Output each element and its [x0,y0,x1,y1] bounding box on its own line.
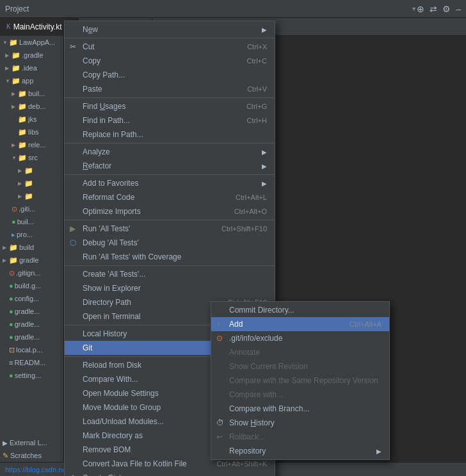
sidebar-item-build[interactable]: ▶ 📁 buil... [0,87,63,100]
menu-cut-shortcut: Ctrl+X [234,43,267,51]
menu-item-findinpath[interactable]: Find in Path... Ctrl+H [65,113,275,127]
menu-modulesettings-label: Open Module Settings [83,389,159,398]
proguard-label: pro... [17,231,33,238]
sidebar-item-libs[interactable]: 📁 libs [0,126,63,138]
menu-item-optimize[interactable]: Optimize Imports Ctrl+Alt+O [65,204,275,218]
submenu-item-commitdir[interactable]: Commit Directory... [211,303,389,317]
sidebar-item-build-root[interactable]: ▶ 📁 build [0,241,63,254]
readme-label: READM... [14,359,45,366]
sidebar-item-app[interactable]: ▼ 📁 app [0,74,63,87]
submenu-item-gitexclude[interactable]: ⊙ .git/info/exclude [211,331,389,345]
sidebar-item-settings[interactable]: ● setting... [0,369,63,382]
sidebar-item-gitignore-app[interactable]: ⊙ .giti... [0,202,63,215]
sidebar-item-jks[interactable]: 📁 jks [0,113,63,126]
submenu-add-shortcut: Ctrl+Alt+A [337,320,382,328]
sidebar-item-src-sub3[interactable]: ▶ 📁 [0,190,63,202]
sidebar-item-gradle2[interactable]: ● gradle... [0,318,63,331]
sidebar-item-gradle-root[interactable]: ▶ 📁 gradle [0,254,63,267]
split-icon[interactable]: ⇄ [430,4,437,14]
minimize-icon[interactable]: – [456,4,461,14]
menu-reformat-shortcut: Ctrl+Alt+L [223,193,267,201]
submenu-item-showhistory[interactable]: ⏱ Show History [211,416,389,430]
menu-comparewith-label: Compare With... [83,375,138,384]
libs-folder-icon: 📁 [18,128,27,136]
submenu-gitexclude-label: .git/info/exclude [229,334,282,343]
external-libs-label: External L... [10,439,47,447]
sidebar-item-proguard[interactable]: ▸ pro... [0,228,63,241]
sidebar-item-gitignore[interactable]: ⊙ .gitign... [0,267,63,279]
sidebar-item-external-libs[interactable]: ▶ External L... [0,436,63,449]
src-label: src [28,154,38,161]
src-sub2-arrow: ▶ [18,181,23,186]
cut-icon: ✂ [70,42,76,51]
menu-item-copypath[interactable]: Copy Path... [65,68,275,82]
sidebar-item-src-sub1[interactable]: ▶ 📁 [0,164,63,177]
gradle2-icon: ● [9,320,13,328]
submenu-comparesameversion-label: Compare with the Same Repository Version [229,376,378,385]
menu-separator-1 [65,38,275,38]
sidebar-item-gradle1[interactable]: ● gradle... [0,305,63,318]
menu-debug-label: Debug 'All Tests' [83,238,139,247]
sidebar-item-local[interactable]: ⊡ local.p... [0,343,63,356]
buildgradle-app-label: buil... [17,218,34,226]
build-arrow: ▶ [12,91,17,97]
sidebar-item-root[interactable]: ▼ 📁 LawAppA... [0,36,63,49]
menu-new-arrow: ▶ [262,26,267,33]
gear-icon[interactable]: ⚙ [442,4,451,14]
build-label: buil... [28,90,45,97]
sidebar-item-debug[interactable]: ▶ 📁 deb... [0,100,63,113]
build-root-label: build [19,243,34,251]
submenu-item-comparesameversion: Compare with the Same Repository Version [211,373,389,388]
menu-item-runwithcov[interactable]: Run 'All Tests' with Coverage [65,250,275,264]
header-dropdown-arrow[interactable]: ▼ [411,6,417,12]
menu-item-cut[interactable]: ✂ Cut Ctrl+X [65,40,275,54]
menu-item-addfav[interactable]: Add to Favorites ▶ [65,176,275,190]
gitignore-label: .gitign... [16,269,41,277]
menu-item-debug[interactable]: ⬡ Debug 'All Tests' [65,236,275,250]
menu-item-run[interactable]: ▶ Run 'All Tests' Ctrl+Shift+F10 [65,222,275,236]
submenu-item-add[interactable]: + Add Ctrl+Alt+A [211,317,389,331]
sidebar-item-gradle3[interactable]: ● gradle... [0,331,63,343]
sidebar-item-release[interactable]: ▶ 📁 rele... [0,138,63,151]
menu-addfav-label: Add to Favorites [83,179,138,188]
sidebar-item-src-sub2[interactable]: ▶ 📁 [0,177,63,190]
globe-icon[interactable]: ⊕ [417,4,424,14]
idea-folder-icon: 📁 [12,64,20,72]
project-header: Project ▼ ⊕ ⇄ ⚙ – [0,0,466,18]
debug-icon: ⬡ [70,238,76,247]
menu-separator-2 [65,97,275,98]
menu-item-paste[interactable]: Paste Ctrl+V [65,82,275,96]
submenu-add-icon: + [216,320,221,329]
header-icons: ⊕ ⇄ ⚙ – [417,4,461,14]
menu-item-copy[interactable]: Copy Ctrl+C [65,54,275,68]
menu-replaceinpath-label: Replace in Path... [83,130,143,139]
submenu-repository-arrow: ▶ [376,448,382,455]
submenu-item-comparewithbranch[interactable]: Compare with Branch... [211,402,389,416]
menu-item-creategist[interactable]: ⊙ Create Gist... [65,471,275,476]
menu-item-new[interactable]: New ▶ [65,22,275,37]
sidebar-item-scratches[interactable]: ✎ Scratches [0,449,63,462]
menu-item-showinexplorer[interactable]: Show in Explorer [65,281,275,295]
menu-separator-6 [65,265,275,266]
sidebar-item-config[interactable]: ● config... [0,292,63,305]
sidebar-item-buildgradle-app[interactable]: ● buil... [0,215,63,228]
sidebar-item-buildg[interactable]: ● build.g... [0,279,63,292]
menu-paste-label: Paste [83,85,102,94]
submenu-repository-label: Repository [229,447,266,455]
menu-item-refactor[interactable]: Refactor ▶ [65,159,275,173]
menu-item-analyze[interactable]: Analyze ▶ [65,145,275,159]
menu-optimize-label: Optimize Imports [83,207,141,216]
sidebar-item-idea[interactable]: ▶ 📁 .idea [0,62,63,74]
sidebar-item-gradle[interactable]: ▶ 📁 .gradle [0,49,63,62]
sidebar-item-src[interactable]: ▼ 📁 src [0,151,63,164]
menu-removebom-label: Remove BOM [83,445,131,454]
external-libs-icon: ▶ [3,439,8,447]
menu-cut-label: Cut [83,42,95,51]
menu-item-findusages[interactable]: Find Usages Ctrl+G [65,99,275,113]
submenu-item-repository[interactable]: Repository ▶ [211,444,389,458]
menu-creategist-label: Create Gist... [83,473,128,476]
menu-item-reformat[interactable]: Reformat Code Ctrl+Alt+L [65,190,275,204]
menu-item-create[interactable]: Create 'All Tests'... [65,267,275,281]
menu-item-replaceinpath[interactable]: Replace in Path... [65,127,275,142]
sidebar-item-readme[interactable]: ≡ READM... [0,356,63,369]
